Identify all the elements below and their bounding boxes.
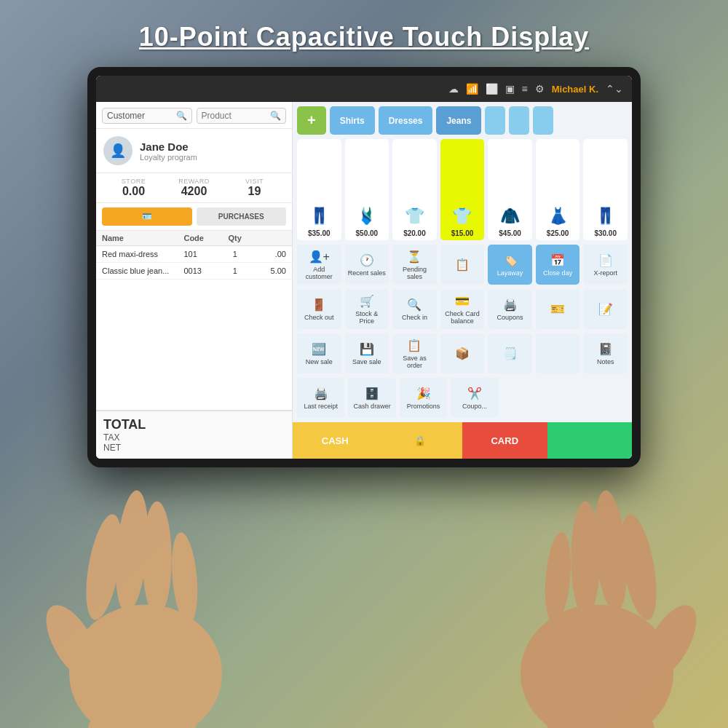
stats-row: STORE 0.00 REWARD 4200 VISIT 19 <box>96 173 292 203</box>
customer-search-input[interactable] <box>107 111 176 121</box>
add-customer-label: Add customer <box>300 266 339 280</box>
other-pay-button[interactable] <box>547 422 633 459</box>
table-row[interactable]: Red maxi-dress 101 1 .00 <box>96 246 292 263</box>
action6-button[interactable]: 🎫 <box>536 289 580 329</box>
page-title: 10-Point Capacitive Touch Display <box>139 22 589 52</box>
net-line: NET <box>103 443 285 453</box>
action-row3-5[interactable]: 🗒️ <box>488 333 532 373</box>
product-item[interactable]: 👖 $30.00 <box>583 139 628 240</box>
right-panel: + Shirts Dresses Jeans 👖 $35.00 <box>293 102 632 459</box>
product-image-2: 🩱 <box>354 203 380 229</box>
cat6-button[interactable] <box>533 106 553 135</box>
item-price-1: .00 <box>245 250 286 258</box>
product-item[interactable]: 🩱 $50.00 <box>345 139 389 240</box>
pending-sales-button[interactable]: ⏳ Pending sales <box>392 245 437 285</box>
add-customer-button[interactable]: 👤+ Add customer <box>297 245 341 285</box>
checkout-icon: 🚪 <box>312 298 326 312</box>
customer-search-box[interactable]: 🔍 <box>102 108 192 124</box>
svg-point-8 <box>632 597 707 689</box>
action-row-1: 👤+ Add customer 🕐 Recent sales ⏳ Pending… <box>293 245 632 289</box>
product-item[interactable]: 👕 $15.00 <box>440 139 485 240</box>
notes-label: Notes <box>597 358 614 365</box>
product-item[interactable]: 👗 $25.00 <box>536 139 580 240</box>
coupon-icon: ✂️ <box>467 387 482 400</box>
promotions-icon: 🎉 <box>416 387 431 400</box>
hands-overlay <box>0 451 728 728</box>
product-price-3: $20.00 <box>403 229 426 237</box>
action7-button[interactable]: 📝 <box>583 289 628 329</box>
action-row3-4[interactable]: 📦 <box>440 333 485 373</box>
jeans-category-button[interactable]: Jeans <box>436 106 481 135</box>
product-item[interactable]: 👕 $20.00 <box>392 139 437 240</box>
last-receipt-button[interactable]: 🖨️ Last receipt <box>297 378 344 418</box>
card-balance-icon: 💳 <box>455 294 470 308</box>
product-image-3: 👕 <box>401 203 427 229</box>
checkout-button[interactable]: 🚪 Check out <box>297 289 341 329</box>
stock-price-button[interactable]: 🛒 Stock & Price <box>345 289 389 329</box>
visit-label: VISIT <box>224 178 285 185</box>
product-search-input[interactable] <box>202 111 271 121</box>
check-in-icon: 🔍 <box>407 298 422 312</box>
recent-sales-label: Recent sales <box>348 269 386 277</box>
item-name-2: Classic blue jean... <box>102 266 183 275</box>
item-qty-1: 1 <box>225 250 245 258</box>
card-balance-label: Check Card balance <box>443 310 482 325</box>
purchases-tab[interactable]: PURCHASES <box>197 207 287 226</box>
promotions-label: Promotions <box>407 403 440 410</box>
product-price-5: $45.00 <box>499 229 521 237</box>
coupon-button[interactable]: ✂️ Coupo... <box>451 378 498 418</box>
card-pay-button[interactable]: CARD <box>462 422 547 459</box>
promotions-button[interactable]: 🎉 Promotions <box>400 378 447 418</box>
new-sale-button[interactable]: 🆕 New sale <box>297 333 341 373</box>
product-search-box[interactable]: 🔍 <box>197 108 287 124</box>
save-sale-button[interactable]: 💾 Save sale <box>345 333 389 373</box>
cat5-button[interactable] <box>509 106 529 135</box>
lock-button[interactable]: 🔒 <box>378 422 463 459</box>
action4-icon: 📋 <box>455 258 470 272</box>
left-hand <box>22 444 269 728</box>
reward-value: 4200 <box>164 185 224 198</box>
net-label: NET <box>103 443 121 453</box>
close-day-label: Close day <box>543 269 572 277</box>
id-tab[interactable]: 🪪 <box>102 207 192 226</box>
table-row[interactable]: Classic blue jean... 0013 1 5.00 <box>96 263 292 280</box>
cash-drawer-button[interactable]: 🗄️ Cash drawer <box>348 378 395 418</box>
svg-point-0 <box>69 605 222 729</box>
check-in-button[interactable]: 🔍 Check in <box>392 289 437 329</box>
action-row3-4-icon: 📦 <box>455 347 470 360</box>
card-balance-button[interactable]: 💳 Check Card balance <box>440 289 485 329</box>
recent-sales-button[interactable]: 🕐 Recent sales <box>345 245 389 285</box>
store-value: 0.00 <box>103 185 164 198</box>
dresses-category-button[interactable]: Dresses <box>379 106 433 135</box>
layaway-button[interactable]: 🏷️ Layaway <box>488 245 532 285</box>
product-item[interactable]: 🧥 $45.00 <box>488 139 532 240</box>
product-image-1: 👖 <box>306 203 332 229</box>
add-category-button[interactable]: + <box>297 106 326 135</box>
product-item[interactable]: 👖 $35.00 <box>297 139 341 240</box>
user-name: Michael K. <box>552 84 598 95</box>
cat4-button[interactable] <box>485 106 505 135</box>
customer-info: 👤 Jane Doe Loyalty program <box>96 129 292 173</box>
shirts-category-button[interactable]: Shirts <box>330 106 375 135</box>
item-code-1: 101 <box>183 250 224 258</box>
product-price-4: $15.00 <box>451 229 474 237</box>
action4-button[interactable]: 📋 <box>440 245 485 285</box>
close-day-button[interactable]: 📅 Close day <box>536 245 580 285</box>
product-image-7: 👖 <box>593 203 619 229</box>
coupons-print-button[interactable]: 🖨️ Coupons <box>488 289 532 329</box>
total-label: TOTAL <box>103 417 146 432</box>
svg-rect-13 <box>547 719 654 728</box>
product-image-5: 🧥 <box>497 203 523 229</box>
notes-button[interactable]: 📓 Notes <box>583 333 628 373</box>
cash-pay-button[interactable]: CASH <box>293 422 378 459</box>
last-receipt-label: Last receipt <box>304 403 338 410</box>
coupons-icon: 🖨️ <box>503 298 518 312</box>
action7-icon: 📝 <box>598 302 613 316</box>
save-order-button[interactable]: 📋 Save as order <box>392 333 437 373</box>
action-row3-6[interactable] <box>536 333 580 373</box>
col-code-header: Code <box>183 234 224 242</box>
settings-icon: ⚙ <box>535 83 545 95</box>
col-price-header <box>245 234 286 242</box>
x-report-button[interactable]: 📄 X-report <box>583 245 628 285</box>
menu-icon: ≡ <box>522 83 528 95</box>
